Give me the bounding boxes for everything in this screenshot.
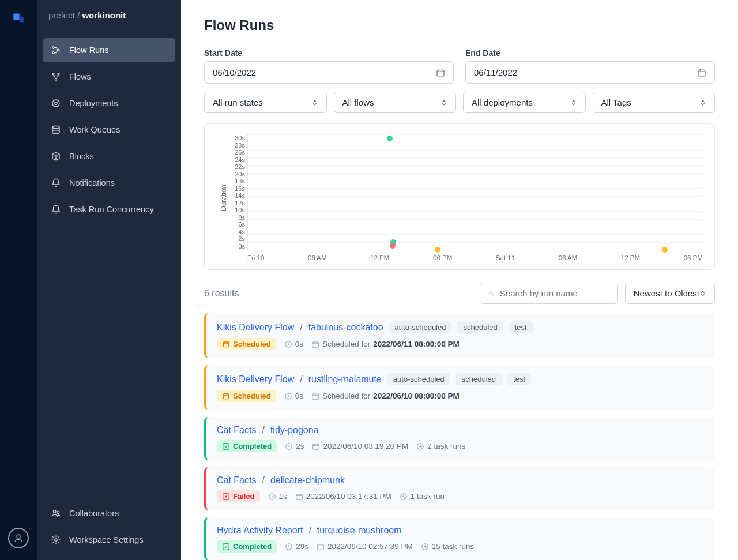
sidebar-item-flows[interactable]: Flows	[43, 65, 175, 89]
svg-rect-19	[223, 443, 229, 449]
svg-point-6	[52, 52, 54, 54]
end-date-label: End Date	[465, 48, 715, 58]
sidebar-item-deployments[interactable]: Deployments	[43, 91, 175, 115]
timestamp: Scheduled for 2022/06/10 08:00:00 PM	[311, 392, 460, 400]
svg-point-9	[58, 73, 59, 75]
duration: 0s	[284, 392, 303, 400]
status-badge: Completed	[217, 440, 277, 452]
svg-point-12	[55, 102, 58, 105]
nav-icon	[51, 45, 61, 55]
nav-icon	[51, 72, 61, 82]
tag[interactable]: test	[507, 373, 531, 385]
run-card[interactable]: Cat Facts / tidy-pogona Completed 2s 202…	[204, 417, 715, 460]
prefect-logo[interactable]	[10, 12, 27, 28]
tag[interactable]: scheduled	[457, 321, 503, 333]
duration: 0s	[284, 340, 303, 348]
svg-rect-18	[223, 393, 228, 399]
svg-point-13	[52, 126, 59, 129]
main-content: Flow Runs Start Date 06/10/2022 End Date…	[181, 0, 738, 560]
flow-link[interactable]: Hydra Activity Report	[217, 525, 303, 536]
nav-icon	[51, 151, 61, 161]
timestamp: 2022/06/10 02:57:39 PM	[317, 542, 413, 551]
chart-point[interactable]	[435, 247, 440, 253]
workspace-breadcrumb[interactable]: prefect / workinonit	[37, 0, 181, 31]
chart-point[interactable]	[390, 243, 396, 249]
svg-point-8	[52, 73, 54, 75]
sidebar-item-notifications[interactable]: Notifications	[43, 171, 175, 195]
timestamp: Scheduled for 2022/06/11 08:00:00 PM	[311, 340, 460, 348]
nav-rail	[0, 0, 37, 560]
sidebar-item-task-run-concurrency[interactable]: Task Run Concurrency	[43, 197, 175, 221]
nav-icon	[51, 508, 61, 518]
svg-point-10	[55, 78, 57, 80]
sidebar-item-work-queues[interactable]: Work Queues	[43, 118, 175, 142]
run-card[interactable]: Kikis Delivery Flow / fabulous-cockatoo …	[204, 313, 715, 358]
run-card[interactable]: Hydra Activity Report / turquoise-mushro…	[204, 517, 715, 560]
svg-point-11	[52, 100, 59, 107]
status-badge: Completed	[217, 540, 277, 553]
nav-icon	[51, 535, 61, 545]
task-runs: 2 task runs	[416, 442, 465, 450]
task-runs: 15 task runs	[421, 542, 475, 551]
nav-icon	[51, 125, 61, 135]
svg-point-16	[55, 539, 58, 542]
svg-point-4	[17, 535, 20, 538]
svg-rect-21	[223, 543, 229, 550]
filter-run-states[interactable]: All run states	[204, 92, 327, 113]
flow-link[interactable]: Kikis Delivery Flow	[217, 322, 294, 333]
run-link[interactable]: tidy-pogona	[270, 425, 319, 435]
status-badge: Failed	[217, 490, 260, 502]
end-date-input[interactable]: 06/11/2022	[465, 61, 715, 84]
svg-rect-17	[223, 341, 228, 347]
timestamp: 2022/06/10 03:19:20 PM	[312, 442, 408, 450]
svg-point-15	[57, 512, 59, 514]
svg-point-5	[52, 47, 54, 48]
sidebar-item-workspace-settings[interactable]: Workspace Settings	[43, 528, 175, 552]
duration: 1s	[268, 492, 287, 501]
chart-ylabel: Duration	[216, 134, 228, 261]
chart-point[interactable]	[387, 136, 393, 141]
run-link[interactable]: delicate-chipmunk	[270, 475, 345, 486]
nav-icon	[51, 204, 61, 215]
search-input[interactable]	[480, 283, 618, 304]
nav-icon	[51, 98, 61, 108]
duration: 2s	[285, 442, 304, 450]
status-badge: Scheduled	[217, 390, 276, 402]
run-card[interactable]: Kikis Delivery Flow / rustling-malamute …	[204, 365, 715, 410]
page-title: Flow Runs	[204, 17, 715, 33]
flow-link[interactable]: Cat Facts	[217, 425, 256, 435]
chart-point[interactable]	[662, 247, 668, 253]
results-count: 6 results	[204, 288, 239, 299]
sidebar-item-blocks[interactable]: Blocks	[43, 144, 175, 168]
sidebar: prefect / workinonit Flow RunsFlowsDeplo…	[37, 0, 181, 560]
duration-chart: Duration 30s28s26s24s22s20s18s16s14s12s1…	[204, 123, 715, 270]
timestamp: 2022/06/10 03:17:31 PM	[295, 492, 391, 501]
start-date-input[interactable]: 06/10/2022	[204, 61, 454, 84]
user-avatar[interactable]	[8, 528, 29, 548]
tag[interactable]: test	[509, 321, 533, 333]
calendar-icon	[697, 68, 706, 77]
nav-icon	[51, 178, 61, 188]
sidebar-item-flow-runs[interactable]: Flow Runs	[43, 38, 175, 62]
sort-select[interactable]: Newest to Oldest	[625, 283, 715, 304]
run-card[interactable]: Cat Facts / delicate-chipmunk Failed 1s …	[204, 467, 715, 510]
run-link[interactable]: fabulous-cockatoo	[308, 322, 383, 333]
tag[interactable]: scheduled	[456, 373, 502, 385]
filter-tags[interactable]: All Tags	[593, 92, 716, 113]
duration: 29s	[285, 542, 308, 551]
filter-flows[interactable]: All flows	[334, 92, 457, 113]
tag[interactable]: auto-scheduled	[389, 321, 452, 333]
sidebar-item-collaborators[interactable]: Collaborators	[43, 501, 175, 525]
tag[interactable]: auto-scheduled	[387, 373, 450, 385]
run-link[interactable]: rustling-malamute	[308, 374, 382, 385]
calendar-icon	[436, 68, 445, 77]
task-runs: 1 task run	[400, 492, 445, 501]
search-icon	[488, 290, 494, 298]
svg-point-14	[54, 510, 57, 513]
flow-link[interactable]: Kikis Delivery Flow	[217, 374, 294, 385]
run-link[interactable]: turquoise-mushroom	[317, 525, 402, 536]
flow-link[interactable]: Cat Facts	[217, 475, 256, 486]
status-badge: Scheduled	[217, 338, 276, 350]
filter-deployments[interactable]: All deployments	[463, 92, 586, 113]
start-date-label: Start Date	[204, 48, 454, 58]
